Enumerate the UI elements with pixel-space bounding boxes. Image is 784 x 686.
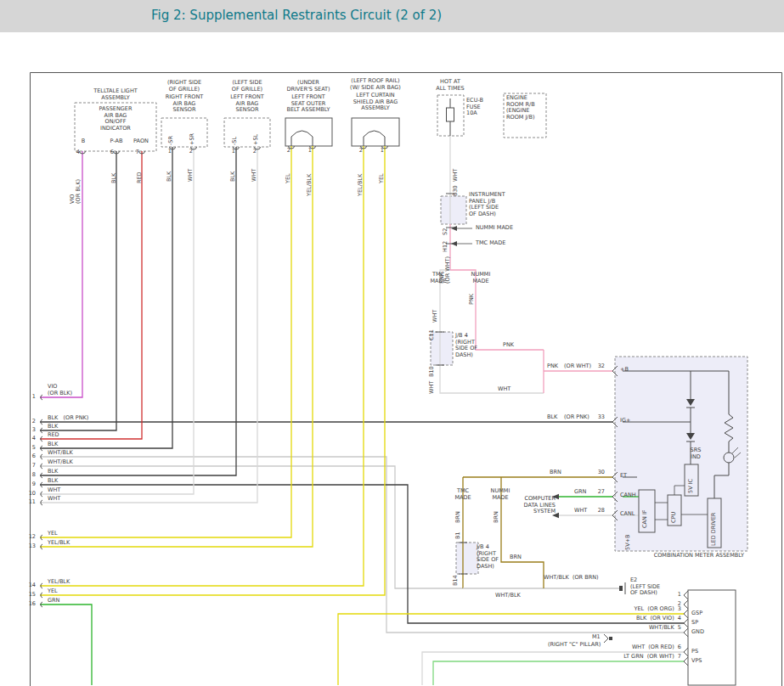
row-number: 5 bbox=[24, 445, 36, 452]
row-number: 6 bbox=[24, 453, 36, 460]
bottom-pin-gsp: GSP bbox=[691, 610, 702, 617]
row-number: 2 bbox=[24, 419, 36, 425]
wire-label-vio: VIO (OR BLK) bbox=[70, 179, 82, 204]
pin-number: 4 bbox=[73, 149, 80, 156]
wire-whtblk-gnd bbox=[40, 457, 685, 633]
wire-label-wht-orred: WHT (OR RED) 6 bbox=[623, 644, 681, 651]
hot-at-all-times: HOT AT ALL TIMES bbox=[432, 79, 468, 92]
wire-ltgrn-vps bbox=[433, 661, 685, 685]
row-label: BLK bbox=[48, 424, 58, 430]
instrument-panel-jb-label: INSTRUMENT PANEL J/B (LEFT SIDE OF DASH) bbox=[469, 192, 505, 218]
row-number: 14 bbox=[24, 582, 36, 589]
wire-label-pnk: PNK bbox=[469, 294, 475, 305]
meter-pin-name: CANH bbox=[620, 492, 636, 499]
lf-sensor-title: LEFT FRONT AIR BAG SENSOR bbox=[221, 94, 274, 114]
tmc-made-header: TMC MADE bbox=[426, 272, 450, 284]
wire-label-blk: BLK bbox=[166, 172, 172, 182]
rf-sensor-title: RIGHT FRONT AIR BAG SENSOR bbox=[158, 94, 211, 114]
meter-pin-name: IG+ bbox=[620, 418, 630, 425]
row-number: 11 bbox=[24, 499, 36, 506]
pin-number: 33 bbox=[596, 414, 605, 421]
m1-connector-symbol bbox=[604, 634, 612, 643]
connector-b30: B30 bbox=[453, 185, 459, 196]
jb4-bottom-label: J/B 4 (RIGHT SIDE OF DASH) bbox=[477, 544, 499, 571]
row-number: 9 bbox=[24, 481, 36, 488]
engine-room-jb-label: ENGINE ROOM R/B (ENGINE ROOM J/B) bbox=[506, 95, 535, 121]
row-number: 3 bbox=[24, 427, 36, 434]
row-label: BLK (OR PNK) bbox=[48, 415, 88, 422]
row-number: 13 bbox=[24, 543, 36, 550]
wire-blk-sr bbox=[40, 147, 172, 448]
can-if-label: CAN IF bbox=[642, 509, 648, 528]
row-label: RED bbox=[48, 432, 59, 439]
wire-label-ltgrn-orwht: LT GRN (OR WHT) 7 bbox=[615, 654, 681, 661]
pin-number: 2 bbox=[356, 148, 363, 155]
connector-c11: C11 bbox=[429, 329, 435, 340]
wire-grn bbox=[40, 604, 92, 685]
row-label: BLK bbox=[48, 441, 58, 448]
wire-label-whtblk: WHT/BLK bbox=[495, 593, 521, 599]
row-label: WHT/BLK bbox=[48, 459, 73, 466]
wire-label: BLK bbox=[547, 414, 557, 421]
fuse-name: ECU-B FUSE 10A bbox=[466, 98, 483, 117]
connector-b1: B1 bbox=[455, 531, 461, 539]
telltale-desc: PASSENGER AIR BAG ON/OFF INDICATOR bbox=[75, 106, 156, 132]
led-driver-label: LED DRIVER bbox=[711, 513, 717, 546]
pin-number: 1 bbox=[165, 149, 172, 155]
row-number: 15 bbox=[24, 592, 36, 599]
pin-number: 1 bbox=[673, 592, 681, 599]
row-label: YEL/BLK bbox=[48, 540, 70, 547]
curtain-airbag-box bbox=[352, 118, 399, 146]
bottom-box-pin-brackets bbox=[684, 591, 688, 666]
connector-s2: S2 bbox=[443, 228, 448, 235]
row-label: YEL bbox=[48, 531, 58, 537]
connector-b14: B14 bbox=[453, 575, 459, 586]
lf-sensor-location: (LEFT SIDE OF GRILLE) bbox=[221, 80, 274, 93]
lf-pin-minus: -SL bbox=[232, 137, 238, 145]
nummi-made-header: NUMMI MADE bbox=[486, 488, 515, 501]
bottom-pin-ps: PS bbox=[691, 649, 698, 655]
combination-meter-title: COMBINATION METER ASSEMBLY bbox=[615, 553, 744, 559]
wire-label-pnk: PNK bbox=[503, 342, 514, 349]
seat-belt-title: LEFT FRONT SEAT OUTER BELT ASSEMBLY bbox=[279, 94, 337, 114]
meter-pin-name: ET bbox=[620, 473, 627, 480]
wire-label-blk: BLK bbox=[230, 172, 236, 182]
rf-pin-plus: +SR bbox=[189, 133, 195, 145]
meter-5vb-label: 5V+B bbox=[625, 535, 631, 551]
telltale-title: TELLTALE LIGHT ASSEMBLY bbox=[75, 88, 156, 101]
wire-blk-vio bbox=[40, 485, 685, 623]
tmc-made-header: TMC MADE bbox=[451, 488, 475, 501]
rf-pin-minus: -SR bbox=[168, 136, 174, 145]
row-label: YEL/BLK bbox=[48, 579, 70, 586]
wire-label-red: RED bbox=[137, 172, 143, 183]
nummi-made-header: NUMMI MADE bbox=[466, 272, 495, 284]
pin-number: 30 bbox=[596, 470, 605, 476]
wire-label-blk: BLK bbox=[111, 173, 117, 183]
meter-pin-name: CANL bbox=[620, 511, 635, 518]
telltale-pin-pab: P-AB bbox=[108, 138, 125, 145]
pin-number: 27 bbox=[596, 489, 605, 496]
curtain-title: LEFT CURTAIN SHIELD AIR BAG ASSEMBLY bbox=[345, 93, 406, 112]
wire-label-wht: WHT bbox=[429, 381, 435, 394]
telltale-pin-b: B bbox=[78, 138, 88, 145]
wire-label-brn: BRN bbox=[494, 511, 499, 523]
wire-yel-belt bbox=[40, 146, 291, 537]
wire-label-wht: WHT bbox=[432, 310, 438, 323]
wire-label-brn: BRN bbox=[510, 554, 522, 561]
fuse-symbol bbox=[447, 98, 454, 136]
wire-label-whtblk-orbrn: WHT/BLK (OR BRN) bbox=[544, 575, 599, 582]
pin-number: 6 bbox=[107, 149, 114, 156]
srs-ind-label: SRS IND bbox=[688, 447, 703, 460]
pin-number: 1 bbox=[305, 148, 312, 155]
wire-label-yel-ororg: YEL (OR ORG) 3 bbox=[623, 606, 681, 613]
wiring-diagram-page: Fig 2: Supplemental Restraints Circuit (… bbox=[0, 0, 784, 686]
pin-number: 1 bbox=[228, 149, 235, 155]
row-number: 1 bbox=[24, 394, 36, 401]
wire-label-whtblk: WHT/BLK 5 bbox=[623, 625, 681, 632]
telltale-pin-paon: PAON bbox=[132, 138, 150, 145]
wire-label-yelblk: YEL/BLK bbox=[307, 174, 313, 196]
bottom-right-connector-box bbox=[688, 590, 736, 685]
ground-e2-label: E2 (LEFT SIDE OF DASH) bbox=[630, 577, 660, 597]
row-number: 8 bbox=[24, 472, 36, 479]
tmc-made-note: TMC MADE bbox=[476, 240, 505, 247]
